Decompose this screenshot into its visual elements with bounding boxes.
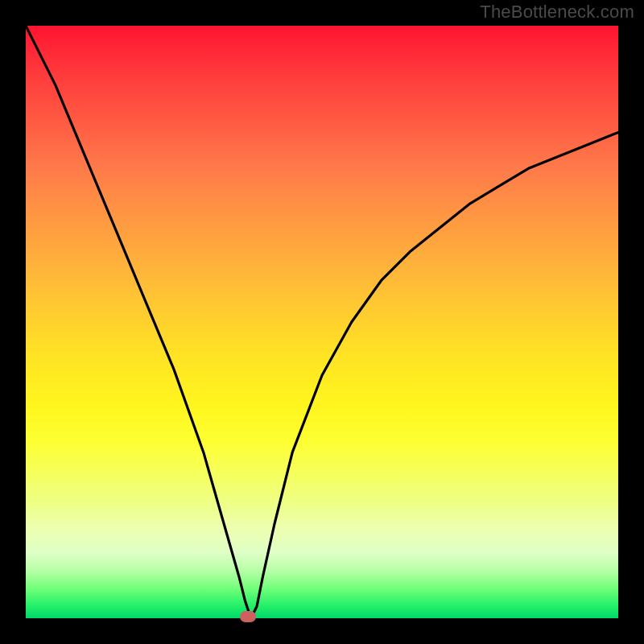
plot-area [26, 26, 618, 618]
optimal-point-marker [240, 611, 256, 622]
watermark-text: TheBottleneck.com [480, 2, 634, 23]
bottleneck-curve [26, 26, 618, 618]
chart-frame: TheBottleneck.com [0, 0, 644, 644]
